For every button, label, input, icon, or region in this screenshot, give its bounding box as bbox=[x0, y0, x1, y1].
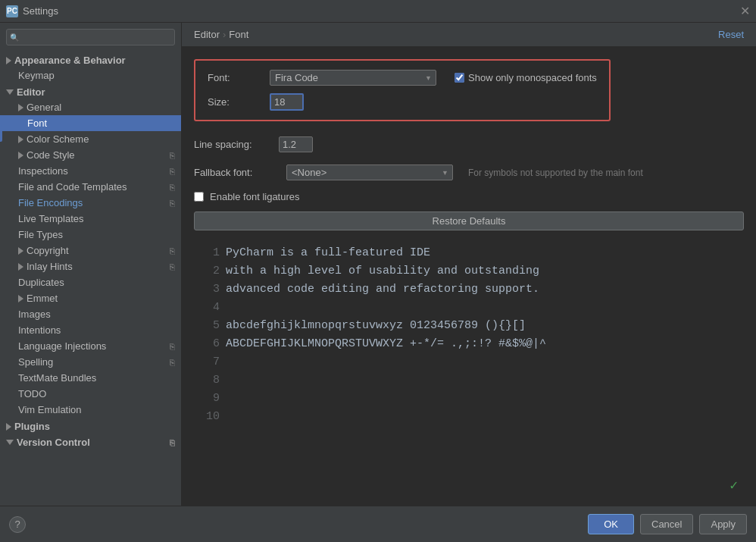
fallback-font-label: Fallback font: bbox=[194, 167, 277, 178]
expand-icon-emmet bbox=[18, 295, 23, 302]
preview-line: 9 bbox=[206, 390, 732, 408]
font-row: Font: Fira Code Show only monospaced fon… bbox=[208, 70, 597, 86]
sidebar-label-editor: Editor bbox=[17, 86, 45, 98]
sidebar-label-code-style: Code Style bbox=[27, 149, 75, 161]
sidebar-item-live-templates[interactable]: Live Templates bbox=[0, 211, 181, 227]
expand-icon-vc bbox=[6, 440, 14, 445]
sidebar-item-code-style[interactable]: Code Style ⎘ bbox=[0, 147, 181, 163]
sidebar-item-textmate-bundles[interactable]: TextMate Bundles bbox=[0, 370, 181, 386]
cancel-button[interactable]: Cancel bbox=[640, 514, 693, 534]
copy-icon-fe: ⎘ bbox=[170, 199, 175, 208]
sidebar-item-appearance-behavior[interactable]: Appearance & Behavior bbox=[0, 52, 181, 67]
reset-link[interactable]: Reset bbox=[718, 29, 744, 40]
preview-line: 1PyCharm is a full-featured IDE bbox=[206, 244, 732, 262]
apply-button[interactable]: Apply bbox=[699, 514, 747, 534]
line-text: abcdefghijklmnopqrstuvwxyz 0123456789 ()… bbox=[226, 317, 526, 335]
sidebar-item-intentions[interactable]: Intentions bbox=[0, 322, 181, 338]
copy-icon-inlay: ⎘ bbox=[170, 262, 175, 271]
line-number: 10 bbox=[206, 408, 220, 426]
search-wrapper bbox=[6, 29, 175, 45]
sidebar-label-duplicates: Duplicates bbox=[18, 277, 64, 288]
app-icon: PC bbox=[6, 5, 18, 17]
sidebar-item-language-injections[interactable]: Language Injections ⎘ bbox=[0, 338, 181, 354]
sidebar-label-file-encodings: File Encodings bbox=[18, 197, 83, 208]
expand-icon-general bbox=[18, 104, 23, 111]
title-bar-left: PC Settings bbox=[6, 5, 58, 17]
sidebar-item-copyright[interactable]: Copyright ⎘ bbox=[0, 243, 181, 258]
fallback-font-row: Fallback font: <None> For symbols not su… bbox=[182, 158, 756, 186]
fallback-select-wrapper: <None> bbox=[286, 164, 453, 180]
sidebar-item-todo[interactable]: TODO bbox=[0, 386, 181, 402]
preview-line: 8 bbox=[206, 371, 732, 390]
sidebar-item-editor[interactable]: Editor bbox=[0, 83, 181, 99]
ligatures-checkbox[interactable] bbox=[194, 192, 204, 202]
line-number: 9 bbox=[206, 390, 220, 408]
close-icon[interactable]: ✕ bbox=[740, 5, 750, 17]
sidebar-label-version-control: Version Control bbox=[17, 437, 90, 448]
copy-icon-copyright: ⎘ bbox=[170, 246, 175, 255]
sidebar-item-inlay-hints[interactable]: Inlay Hints ⎘ bbox=[0, 258, 181, 274]
search-input[interactable] bbox=[6, 29, 175, 45]
sidebar-item-images[interactable]: Images bbox=[0, 306, 181, 322]
font-select-wrapper: Fira Code bbox=[270, 70, 436, 86]
preview-line: 3advanced code editing and refactoring s… bbox=[206, 280, 732, 299]
line-number: 8 bbox=[206, 371, 220, 390]
line-spacing-row: Line spacing: bbox=[182, 136, 756, 158]
expand-icon-editor bbox=[6, 89, 14, 95]
help-button[interactable]: ? bbox=[9, 516, 26, 533]
sidebar-label-color-scheme: Color Scheme bbox=[27, 133, 89, 145]
ligatures-row: Enable font ligatures bbox=[182, 186, 756, 207]
sidebar-label-emmet: Emmet bbox=[27, 293, 58, 304]
preview-line: 10 bbox=[206, 408, 732, 426]
fallback-font-select[interactable]: <None> bbox=[286, 164, 453, 180]
line-spacing-input[interactable] bbox=[279, 136, 313, 152]
main-layout: Appearance & Behavior Keymap Editor Gene… bbox=[0, 23, 756, 506]
size-label: Size: bbox=[208, 96, 261, 108]
checkmark-icon: ✓ bbox=[729, 477, 738, 493]
sidebar-item-duplicates[interactable]: Duplicates bbox=[0, 274, 181, 290]
preview-line: 4 bbox=[206, 299, 732, 317]
sidebar-item-plugins[interactable]: Plugins bbox=[0, 418, 181, 434]
sidebar-item-color-scheme[interactable]: Color Scheme bbox=[0, 131, 181, 147]
monospaced-checkbox[interactable] bbox=[455, 73, 464, 83]
sidebar-item-keymap[interactable]: Keymap bbox=[0, 67, 181, 83]
line-number: 6 bbox=[206, 335, 220, 353]
line-text: ABCDEFGHIJKLMNOPQRSTUVWXYZ +-*/= .,;:!? … bbox=[226, 335, 546, 353]
sidebar-item-emmet[interactable]: Emmet bbox=[0, 290, 181, 306]
sidebar-item-font[interactable]: Font bbox=[0, 115, 181, 131]
restore-defaults-button[interactable]: Restore Defaults bbox=[194, 211, 744, 230]
copy-icon-spelling: ⎘ bbox=[170, 358, 175, 367]
copy-icon-li: ⎘ bbox=[170, 342, 175, 351]
sidebar-item-inspections[interactable]: Inspections ⎘ bbox=[0, 163, 181, 179]
preview-line: 6ABCDEFGHIJKLMNOPQRSTUVWXYZ +-*/= .,;:!?… bbox=[206, 335, 732, 353]
sidebar-item-version-control[interactable]: Version Control ⎘ bbox=[0, 434, 181, 450]
sidebar-item-general[interactable]: General bbox=[0, 99, 181, 115]
line-spacing-label: Line spacing: bbox=[194, 139, 270, 150]
title-bar-title: Settings bbox=[23, 5, 58, 17]
monospaced-checkbox-label[interactable]: Show only monospaced fonts bbox=[455, 72, 597, 83]
monospaced-label: Show only monospaced fonts bbox=[468, 72, 597, 83]
copy-icon-vc: ⎘ bbox=[170, 438, 175, 447]
sidebar-label-file-code-templates: File and Code Templates bbox=[18, 181, 127, 193]
sidebar-item-file-code-templates[interactable]: File and Code Templates ⎘ bbox=[0, 179, 181, 195]
expand-icon-colorscheme bbox=[18, 136, 23, 143]
sidebar-label-language-injections: Language Injections bbox=[18, 340, 106, 352]
ok-button[interactable]: OK bbox=[588, 514, 634, 534]
sidebar-item-vim-emulation[interactable]: Vim Emulation bbox=[0, 402, 181, 418]
breadcrumb: Editor › Font Reset bbox=[182, 23, 756, 47]
sidebar-item-file-types[interactable]: File Types bbox=[0, 227, 181, 243]
breadcrumb-current: Font bbox=[229, 29, 248, 40]
sidebar-item-spelling[interactable]: Spelling ⎘ bbox=[0, 354, 181, 370]
sidebar-label-inlay-hints: Inlay Hints bbox=[27, 261, 73, 272]
font-select[interactable]: Fira Code bbox=[270, 70, 436, 86]
sidebar-item-file-encodings[interactable]: File Encodings ⎘ bbox=[0, 195, 181, 211]
line-number: 5 bbox=[206, 317, 220, 335]
sidebar-label-appearance: Appearance & Behavior bbox=[14, 55, 126, 66]
expand-icon bbox=[6, 57, 11, 64]
sidebar: Appearance & Behavior Keymap Editor Gene… bbox=[0, 23, 182, 506]
size-input[interactable] bbox=[270, 93, 304, 111]
expand-icon-inlay bbox=[18, 263, 23, 271]
copy-icon-inspections: ⎘ bbox=[170, 167, 175, 176]
bottom-bar: ? OK Cancel Apply bbox=[0, 506, 756, 542]
line-number: 3 bbox=[206, 280, 220, 299]
